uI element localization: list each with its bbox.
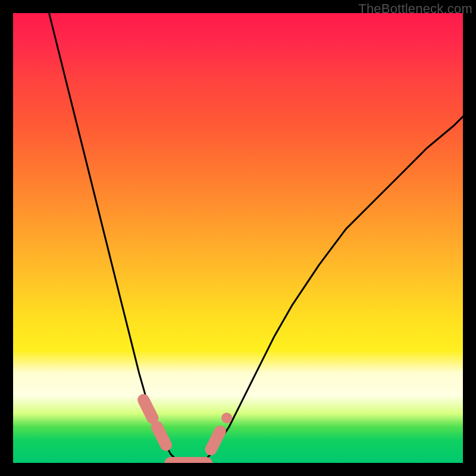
watermark-text: TheBottleneck.com	[358, 1, 472, 17]
marker-segment-1	[157, 427, 166, 445]
series-left-curve	[49, 13, 180, 463]
chart-frame: TheBottleneck.com	[0, 0, 476, 476]
series-right-curve	[202, 117, 464, 463]
plot-area	[13, 13, 463, 463]
marker-dot-4	[221, 412, 232, 423]
marker-segment-3	[211, 431, 220, 449]
marker-segment-0	[143, 400, 152, 418]
curve-svg	[13, 13, 463, 463]
